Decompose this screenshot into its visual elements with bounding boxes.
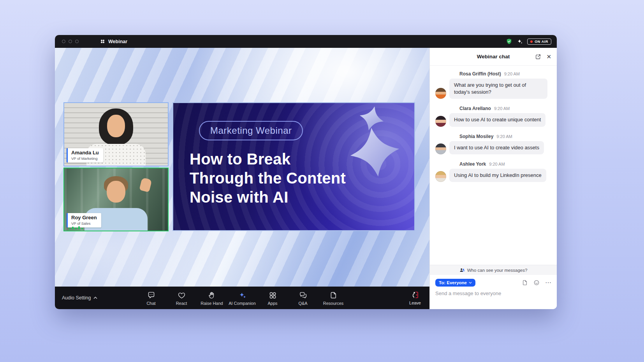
people-icon	[459, 268, 465, 273]
qa-button[interactable]: Q&A	[289, 290, 317, 306]
emoji-icon[interactable]	[533, 280, 540, 286]
app-title-label: Webinar	[108, 39, 127, 44]
toolbar-buttons: Chat React	[137, 290, 348, 306]
chat-message: Rosa Griffin (Host) 9:20 AM What are you…	[435, 71, 551, 99]
message-bubble: Using AI to build my LinkedIn presence	[449, 169, 546, 182]
leave-button[interactable]: Leave	[409, 291, 421, 305]
speaker-title: VP of Sales	[71, 221, 97, 226]
resources-button-label: Resources	[323, 301, 344, 306]
window-close-button[interactable]	[62, 40, 65, 43]
slide-heading: How to Break Through the Content Noise w…	[190, 150, 346, 206]
recipient-selector[interactable]: To: Everyone	[435, 279, 475, 287]
video-tile-amanda-lu[interactable]: Amanda Lu VP of Marketing	[63, 102, 169, 166]
message-bubble: How to use AI to create unique content	[449, 113, 545, 126]
chevron-up-icon	[93, 297, 97, 299]
window-content: Amanda Lu VP of Marketing Roy Green VP o…	[55, 48, 557, 309]
apps-button-label: Apps	[267, 301, 277, 306]
ai-companion-button-label: AI Companion	[229, 301, 256, 306]
app-title: Webinar	[100, 38, 127, 44]
speaker-name: Roy Green	[71, 215, 97, 220]
apps-button[interactable]: Apps	[258, 290, 287, 306]
video-tile-roy-green[interactable]: Roy Green VP of Sales	[63, 168, 169, 231]
resources-button[interactable]: Resources	[319, 290, 348, 306]
chat-button[interactable]: Chat	[137, 290, 165, 306]
leave-button-label: Leave	[409, 301, 421, 305]
audio-level-indicator	[69, 226, 83, 229]
message-input[interactable]: Send a message to everyone	[435, 290, 551, 304]
video-area: Amanda Lu VP of Marketing Roy Green VP o…	[55, 48, 429, 287]
chat-message: Ashlee York 9:20 AM Using AI to build my…	[435, 161, 551, 182]
webinar-chat-panel: Webinar chat ✕ Rosa Griffin (Host) 9:20 …	[429, 48, 557, 309]
avatar	[435, 116, 446, 127]
speaker-name: Amanda Lu	[71, 150, 99, 156]
apps-grid-icon	[269, 291, 277, 299]
leave-door-icon	[411, 291, 419, 299]
chat-message: Clara Arellano 9:20 AM How to use AI to …	[435, 106, 551, 126]
shared-slide: Marketing Webinar How to Break Through t…	[172, 102, 415, 231]
raise-hand-button[interactable]: Raise Hand	[197, 290, 226, 306]
more-options-icon[interactable]: ⋯	[545, 280, 551, 286]
window-maximize-button[interactable]	[75, 40, 79, 43]
avatar	[435, 171, 446, 182]
on-air-dot-icon	[530, 40, 533, 43]
chat-compose-area: To: Everyone ⋯	[430, 275, 557, 309]
avatar	[435, 143, 446, 154]
close-icon[interactable]: ✕	[546, 54, 551, 59]
react-button-label: React	[176, 301, 187, 306]
heart-icon	[178, 291, 186, 299]
chat-message: Sophia Mosiley 9:20 AM I want to use AI …	[435, 134, 551, 154]
speaker-title: VP of Marketing	[71, 156, 99, 161]
message-author: Clara Arellano	[459, 106, 491, 111]
pop-out-icon[interactable]	[535, 54, 541, 60]
react-button[interactable]: React	[167, 290, 196, 306]
recipient-label: To: Everyone	[439, 280, 467, 285]
security-shield-icon[interactable]	[506, 38, 512, 45]
meeting-toolbar: Audio Setting Chat	[55, 287, 429, 309]
raise-hand-button-label: Raise Hand	[201, 301, 223, 306]
chat-message-list: Rosa Griffin (Host) 9:20 AM What are you…	[430, 66, 557, 265]
window-minimize-button[interactable]	[69, 40, 72, 43]
avatar	[435, 88, 446, 99]
message-author: Ashlee York	[459, 161, 486, 167]
message-author: Sophia Mosiley	[459, 134, 493, 139]
window-controls	[62, 40, 79, 43]
message-time: 9:20 AM	[494, 106, 510, 111]
chevron-down-icon	[469, 282, 472, 284]
ai-companion-icon	[238, 291, 246, 299]
message-author: Rosa Griffin (Host)	[459, 71, 501, 77]
message-time: 9:20 AM	[496, 134, 512, 139]
ai-companion-button[interactable]: AI Companion	[228, 290, 257, 306]
message-time: 9:20 AM	[489, 162, 505, 166]
raised-hand-icon	[208, 291, 216, 299]
window-titlebar: Webinar ON AIR	[55, 35, 557, 48]
qa-bubbles-icon	[299, 291, 307, 299]
nametag-amanda: Amanda Lu VP of Marketing	[67, 148, 103, 163]
nametag-roy: Roy Green VP of Sales	[67, 213, 101, 227]
document-icon	[329, 291, 338, 299]
chat-button-label: Chat	[146, 301, 155, 306]
on-air-badge: ON AIR	[527, 38, 551, 45]
audio-setting-button[interactable]: Audio Setting	[62, 295, 97, 301]
visibility-note: Who can see your messages?	[467, 268, 528, 273]
message-time: 9:20 AM	[504, 72, 520, 76]
message-bubble: What are you trying to get out of today'…	[449, 79, 547, 99]
qa-button-label: Q&A	[298, 301, 307, 306]
audio-setting-label: Audio Setting	[62, 295, 91, 301]
ai-companion-sparkle-icon[interactable]	[517, 38, 523, 45]
webinar-app-icon	[100, 38, 106, 44]
titlebar-status-area: ON AIR	[506, 38, 551, 45]
on-air-label: ON AIR	[535, 40, 548, 44]
webinar-window: Webinar ON AIR	[55, 35, 557, 309]
webinar-stage: Amanda Lu VP of Marketing Roy Green VP o…	[55, 48, 429, 309]
message-visibility-link[interactable]: Who can see your messages?	[430, 265, 557, 275]
message-bubble: I want to use AI to create video assets	[449, 141, 544, 154]
chat-header: Webinar chat ✕	[430, 48, 557, 66]
attach-file-icon[interactable]	[522, 280, 528, 286]
chat-bubble-icon	[147, 291, 155, 299]
slide-badge: Marketing Webinar	[199, 121, 303, 140]
